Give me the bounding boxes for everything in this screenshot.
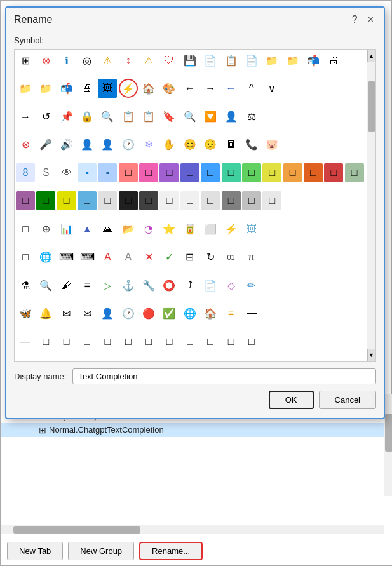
symbol-cell[interactable]: ⚓ [119,276,138,295]
symbol-cell[interactable]: □ [180,191,199,210]
symbol-cell[interactable]: π [242,248,261,267]
symbol-cell[interactable] [283,304,302,323]
symbol-cell[interactable]: ◇ [222,276,241,295]
symbol-cell[interactable]: 🕐 [119,304,138,323]
symbol-cell[interactable]: 🖼 [98,79,117,98]
symbol-cell[interactable]: 📄 [242,51,261,70]
symbol-cell[interactable]: ▷ [98,276,117,295]
symbol-cell[interactable]: — [16,332,35,351]
symbol-cell[interactable]: ≡ [222,304,241,323]
symbol-cell[interactable]: 🌐 [180,304,199,323]
symbol-cell[interactable]: 📄 [201,276,220,295]
symbol-cell[interactable]: ↕ [119,51,138,70]
symbol-cell[interactable] [283,220,302,239]
symbol-cell[interactable] [304,276,323,295]
symbol-cell[interactable]: 🔧 [139,276,158,295]
symbol-cell[interactable]: 🏠 [139,79,158,98]
symbol-cell[interactable]: □ [262,163,281,182]
tree-scrollbar-h[interactable] [1,525,384,534]
symbol-cell[interactable]: ⊟ [180,248,199,267]
symbol-cell[interactable] [283,191,302,210]
symbol-cell[interactable] [345,248,364,267]
symbol-cell[interactable]: ⚡ [222,220,241,239]
symbol-cell[interactable]: 🖩 [222,135,241,154]
symbol-cell[interactable] [324,107,343,126]
help-button[interactable]: ? [349,13,360,27]
symbol-cell[interactable]: □ [16,220,35,239]
symbol-cell[interactable] [304,191,323,210]
symbol-cell[interactable]: → [201,79,220,98]
symbol-cell[interactable]: ◔ [139,220,158,239]
symbol-cell[interactable]: 🛡 [159,51,179,70]
grid-scroll-down[interactable]: ▼ [367,349,376,361]
symbol-cell[interactable]: 📋 [222,51,241,70]
symbol-cell[interactable]: 👁 [57,163,76,182]
symbol-cell[interactable]: ✏ [242,276,261,295]
symbol-cell[interactable] [345,191,364,210]
symbol-cell[interactable]: ⭕ [159,276,179,295]
symbol-cell[interactable]: 👤 [98,135,117,154]
symbol-cell[interactable]: □ [16,248,35,267]
symbol-cell[interactable]: □ [201,332,220,351]
symbol-cell[interactable]: □ [201,191,220,210]
symbol-cell[interactable]: ⊗ [36,51,55,70]
symbol-cell[interactable]: ⭐ [159,220,179,239]
symbol-cell[interactable]: ✉ [78,304,97,323]
symbol-cell[interactable]: 📁 [16,79,35,98]
symbol-cell[interactable]: □ [345,163,364,182]
symbol-cell[interactable]: 🖼 [242,220,261,239]
symbol-cell[interactable]: 📁 [36,79,55,98]
symbol-cell[interactable] [324,79,343,98]
symbol-cell[interactable] [345,304,364,323]
symbol-cell[interactable]: ⚠ [98,51,117,70]
new-tab-button[interactable]: New Tab [7,542,63,560]
symbol-cell[interactable]: ⚖ [242,107,261,126]
symbol-cell[interactable]: □ [159,191,179,210]
symbol-cell[interactable]: ← [222,79,241,98]
symbol-cell[interactable]: 👤 [98,304,117,323]
symbol-cell[interactable]: 01 [222,248,241,267]
symbol-cell[interactable] [345,276,364,295]
symbol-cell[interactable]: 🔔 [36,304,55,323]
symbol-cell[interactable]: 💾 [180,51,199,70]
symbol-cell[interactable]: 📂 [119,220,138,239]
symbol-cell[interactable]: ❄ [139,135,158,154]
symbol-cell[interactable] [345,79,364,98]
symbol-grid[interactable]: ⊞⊗ℹ◎⚠↕⚠🛡💾📄📋📄📁📁📬🖨📁📁📬🖨🖼⚡🏠🎨←→←^∨→↺📌🔒🔍📋📋🔖🔍🔽👤… [15,50,367,361]
symbol-cell[interactable] [262,332,281,351]
symbol-cell[interactable]: — [242,304,261,323]
symbol-cell[interactable]: ^ [242,79,261,98]
symbol-cell[interactable]: ⊞ [16,51,35,70]
symbol-cell[interactable]: 🎨 [159,79,179,98]
symbol-cell[interactable]: ✉ [57,304,76,323]
symbol-cell[interactable] [283,107,302,126]
symbol-cell[interactable]: A [119,248,138,267]
symbol-cell[interactable]: 🔖 [159,107,179,126]
symbol-cell[interactable]: □ [57,191,76,210]
symbol-cell[interactable]: ◎ [78,51,97,70]
symbol-cell[interactable]: 🔒 [78,107,97,126]
symbol-cell[interactable]: □ [78,191,97,210]
symbol-cell[interactable]: 🔍 [36,276,55,295]
symbol-cell[interactable]: A [98,248,117,267]
symbol-cell[interactable]: ↻ [201,248,220,267]
symbol-cell[interactable]: ▲ [78,220,97,239]
symbol-cell[interactable] [283,248,302,267]
symbol-cell[interactable]: 📄 [201,51,220,70]
symbol-cell[interactable]: □ [262,191,281,210]
symbol-cell[interactable] [304,107,323,126]
symbol-cell[interactable]: ⌨ [57,248,76,267]
symbol-cell[interactable]: 🔴 [139,304,158,323]
symbol-cell[interactable] [345,107,364,126]
symbol-cell[interactable]: 📁 [283,51,302,70]
symbol-cell[interactable]: 🦋 [16,304,35,323]
symbol-cell[interactable] [324,135,343,154]
symbol-cell[interactable]: 📞 [242,135,261,154]
symbol-cell[interactable]: 📬 [304,51,323,70]
symbol-cell[interactable]: □ [57,332,76,351]
symbol-cell[interactable]: □ [119,163,138,182]
symbol-cell[interactable]: 🕐 [119,135,138,154]
symbol-cell[interactable] [345,51,364,70]
symbol-cell[interactable]: ✕ [139,248,158,267]
symbol-cell[interactable]: → [16,107,35,126]
